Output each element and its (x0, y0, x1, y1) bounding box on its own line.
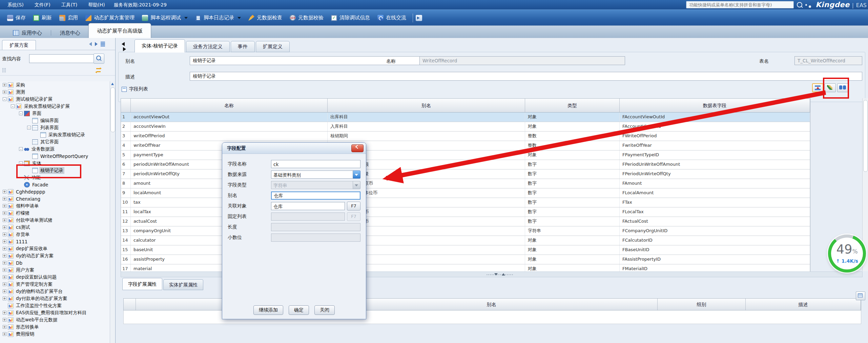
expand-icon[interactable]: + (3, 90, 6, 94)
tree-item[interactable]: WriteOffReportQuery (0, 153, 110, 160)
expand-icon[interactable]: + (3, 233, 6, 236)
close-button[interactable]: 关闭 (314, 305, 335, 315)
tree-item[interactable]: +用户方案 (0, 266, 110, 274)
f7-lookup-button[interactable]: F7 (347, 202, 360, 210)
collapse-icon[interactable]: - (11, 104, 15, 108)
tree-item[interactable]: -实体 (0, 160, 110, 167)
toolbar-button[interactable]: 启用 (56, 12, 82, 24)
expand-icon[interactable]: + (3, 332, 6, 336)
menu-item-1[interactable]: 文件(F) (29, 0, 56, 9)
tree-item[interactable]: +Db (0, 259, 110, 266)
scroll-thumb[interactable] (863, 100, 868, 172)
column-header[interactable] (124, 299, 136, 310)
bottom-tab-1[interactable]: 实体扩展属性 (163, 279, 203, 290)
expand-icon[interactable]: + (3, 247, 6, 250)
tree-item[interactable]: -界面 (0, 110, 110, 117)
chevron-down-icon[interactable] (237, 17, 241, 19)
scroll-up-icon[interactable] (111, 83, 114, 85)
window-tab-0[interactable]: 应用中心 (5, 27, 50, 38)
toolbar-button[interactable]: 元数据校验 (286, 12, 327, 24)
tree-item[interactable]: +动态web平台元数据 (0, 316, 110, 323)
menu-item-0[interactable]: 系统(S) (2, 0, 29, 9)
expand-icon[interactable]: + (3, 254, 6, 258)
detail-tab-3[interactable]: 扩展定义 (256, 41, 290, 52)
text-input-focused[interactable]: 仓库 (271, 191, 360, 200)
scroll-thumb[interactable] (110, 87, 115, 132)
chevron-down-icon[interactable] (184, 17, 188, 19)
text-input[interactable]: ck (271, 160, 360, 168)
tree-item[interactable]: 采购发票核销记录 (0, 131, 110, 138)
toolbar-button[interactable]: 脚本远程调试 (138, 12, 191, 24)
sync-locate-icon[interactable] (96, 67, 102, 73)
tree-item[interactable]: +dep设置默认值问题 (0, 274, 110, 281)
tree-item[interactable]: +Chenxiang (0, 195, 110, 202)
tab-extension-scheme[interactable]: 扩展方案 (2, 40, 36, 50)
network-speed-badge[interactable]: 49% ↑ 1.4K/s (828, 235, 866, 273)
tree-item[interactable]: +cs测试 (0, 224, 110, 231)
tree-item[interactable]: +dy付款单的动态扩展方案 (0, 295, 110, 302)
search-icon[interactable] (797, 2, 802, 7)
splitter-handle-icon[interactable] (486, 273, 513, 276)
tree-item[interactable]: +形态转换单 (0, 323, 110, 330)
toolbar-button[interactable]: 元数据检查 (245, 12, 286, 24)
tree-item[interactable]: +1111 (0, 238, 110, 245)
tree-item[interactable]: -测试核销记录扩展 (0, 96, 110, 103)
dropdown-icon[interactable] (353, 170, 360, 179)
expand-icon[interactable]: + (3, 83, 6, 87)
tree-item[interactable]: +采购 (0, 81, 110, 88)
tree-item[interactable]: 核销子记录 (0, 167, 110, 174)
tree-item[interactable]: +付款申请单测试猪 (0, 217, 110, 224)
expand-icon[interactable]: + (3, 218, 6, 222)
tree-search-input[interactable] (29, 54, 98, 63)
tree-item[interactable]: -列表界面 (0, 124, 110, 131)
tree-item[interactable]: Facade (0, 181, 110, 188)
tree-item[interactable]: +测测 (0, 88, 110, 96)
bottom-tab-0[interactable]: 字段扩展属性 (122, 278, 162, 290)
window-tab-1[interactable]: 消息中心 (52, 27, 88, 38)
expand-icon[interactable]: + (3, 318, 6, 322)
continue-add-button[interactable]: 继续添加 (253, 305, 283, 315)
panel-collapse-icon[interactable] (121, 42, 128, 52)
tree-item[interactable]: 功能 (0, 174, 110, 181)
edit-field-button[interactable] (825, 83, 836, 92)
expand-icon[interactable]: + (3, 268, 6, 272)
lookup-input[interactable]: 仓库 (271, 202, 345, 210)
column-header[interactable]: 数据表字段 (620, 99, 810, 112)
export-grid-button[interactable] (856, 291, 865, 300)
expand-icon[interactable]: + (3, 261, 6, 265)
toolbar-button[interactable]: 保存 (3, 12, 29, 24)
detail-tab-2[interactable]: 事件 (231, 41, 255, 52)
tree-item[interactable]: 工作流监控个性化方案 (0, 302, 110, 309)
tree-item[interactable]: -采购发票核销记录扩展 (0, 103, 110, 110)
confirm-button[interactable]: 确定 (289, 305, 309, 315)
expand-icon[interactable]: + (3, 240, 6, 243)
tree-item[interactable]: 编辑界面 (0, 117, 110, 124)
toolbar-button[interactable]: 在线交流 (374, 12, 410, 24)
table-row[interactable]: 3writeOffPeriod核销期间整数FWriteOffPeriod (121, 132, 810, 141)
close-icon[interactable] (351, 144, 364, 152)
expand-icon[interactable]: + (3, 282, 6, 286)
detail-tab-1[interactable]: 业务方法定义 (186, 41, 230, 52)
collapse-icon[interactable]: - (27, 126, 31, 129)
toolbar-button[interactable]: 动态扩展方案管理 (82, 12, 138, 24)
menu-item-2[interactable]: 工具(T) (56, 0, 83, 9)
expand-icon[interactable]: + (3, 225, 6, 229)
tree-item[interactable]: +dep扩展应收单 (0, 245, 110, 252)
toolbar-button[interactable]: 脚本日志记录 (191, 12, 245, 24)
expand-icon[interactable]: + (3, 311, 6, 315)
column-header[interactable]: 别名 (326, 299, 658, 310)
combo-input[interactable]: 基础资料类别 (271, 170, 353, 179)
menu-item-3[interactable]: 帮助(H) (83, 0, 110, 9)
tree-item[interactable]: +dy的动态扩展方案 (0, 252, 110, 259)
forward-arrow-icon[interactable] (95, 42, 98, 46)
expand-icon[interactable]: + (3, 297, 6, 300)
toolbar-button[interactable]: 刷新 (29, 12, 56, 24)
expand-icon[interactable]: + (3, 275, 6, 279)
tree-item[interactable]: 其它界面 (0, 138, 110, 145)
tree-item[interactable]: +费用报销 (0, 330, 110, 338)
tree-scrollbar[interactable] (110, 81, 115, 343)
collapse-icon[interactable]: - (19, 147, 23, 151)
toolbar-button[interactable]: 清除调试信息 (327, 12, 374, 24)
collapse-icon[interactable]: - (19, 161, 23, 165)
table-row[interactable]: 2accountViewIn入库科目对象FAccountViewInId (121, 122, 810, 132)
